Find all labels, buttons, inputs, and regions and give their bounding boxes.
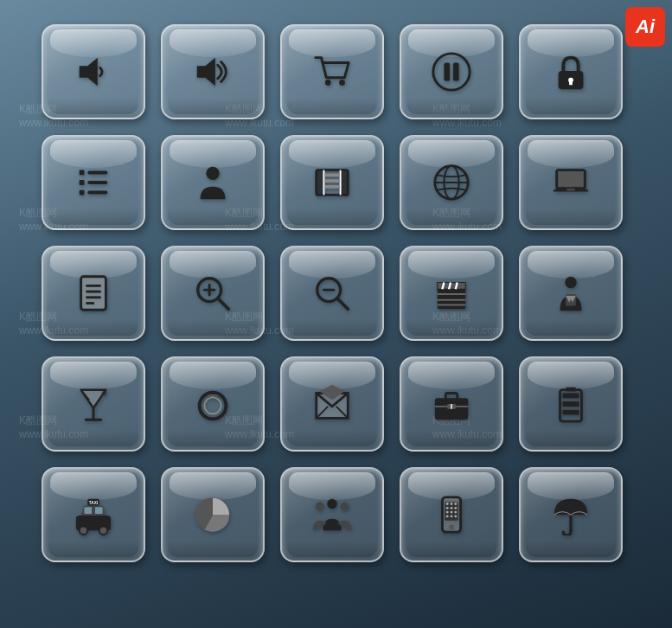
group-button[interactable]	[280, 467, 384, 562]
svg-rect-18	[316, 170, 323, 195]
pie-chart-button[interactable]	[161, 467, 265, 562]
svg-point-74	[99, 526, 107, 535]
pause-icon	[429, 49, 474, 94]
svg-rect-11	[87, 171, 107, 175]
film-button[interactable]	[280, 135, 384, 230]
svg-point-94	[450, 515, 452, 517]
svg-point-2	[324, 80, 330, 86]
svg-point-53	[565, 277, 576, 288]
svg-point-57	[101, 391, 106, 396]
svg-rect-23	[324, 179, 339, 183]
svg-rect-31	[566, 189, 575, 191]
globe-icon	[429, 160, 474, 205]
zoom-in-icon	[190, 271, 235, 316]
globe-button[interactable]	[400, 135, 503, 230]
volume-high-button[interactable]	[161, 24, 265, 119]
svg-rect-60	[434, 398, 467, 420]
pie-chart-icon	[190, 492, 235, 537]
svg-point-88	[450, 507, 452, 509]
svg-point-95	[454, 515, 457, 517]
laptop-button[interactable]	[519, 135, 623, 230]
svg-rect-24	[324, 185, 339, 189]
svg-rect-12	[79, 180, 84, 185]
svg-rect-61	[445, 394, 457, 401]
svg-point-90	[445, 511, 448, 514]
person-icon	[190, 160, 235, 205]
volume-low-icon	[71, 49, 116, 94]
document-button[interactable]	[42, 246, 145, 341]
svg-rect-15	[87, 191, 107, 195]
clapperboard-icon	[429, 271, 474, 316]
document-icon	[71, 271, 116, 316]
svg-point-4	[432, 54, 469, 90]
volume-high-icon	[190, 49, 235, 94]
film-icon	[310, 160, 355, 205]
svg-rect-69	[562, 410, 579, 415]
svg-rect-14	[79, 190, 84, 195]
phone-icon	[429, 492, 474, 537]
svg-point-3	[339, 80, 345, 86]
mail-button[interactable]	[280, 356, 384, 452]
person-button[interactable]	[161, 135, 265, 230]
svg-rect-6	[452, 62, 458, 80]
cocktail-icon	[71, 381, 116, 426]
svg-point-73	[79, 526, 87, 535]
group-icon	[310, 492, 355, 537]
svg-point-92	[454, 511, 457, 514]
svg-point-16	[206, 167, 219, 180]
svg-line-40	[217, 298, 227, 309]
shopping-cart-icon	[310, 49, 355, 94]
svg-rect-32	[80, 277, 106, 310]
phone-button[interactable]	[400, 467, 503, 562]
svg-point-85	[450, 503, 452, 505]
battery-button[interactable]	[519, 356, 623, 452]
umbrella-button[interactable]	[519, 467, 623, 562]
taxi-button[interactable]: TAXI	[42, 467, 145, 562]
svg-point-91	[450, 511, 452, 514]
businessman-button[interactable]	[519, 246, 623, 341]
clapperboard-button[interactable]	[400, 246, 503, 341]
svg-rect-10	[79, 170, 84, 176]
svg-rect-9	[569, 80, 573, 86]
icon-grid: TAXI	[33, 16, 640, 580]
pause-button[interactable]	[400, 24, 503, 119]
svg-rect-71	[84, 507, 92, 514]
svg-marker-0	[79, 58, 97, 87]
battery-icon	[548, 381, 593, 426]
zoom-out-icon	[310, 271, 355, 316]
list-button[interactable]	[42, 135, 145, 230]
svg-point-89	[454, 507, 457, 509]
svg-marker-1	[196, 58, 214, 87]
svg-rect-68	[562, 401, 579, 407]
svg-line-43	[336, 298, 347, 309]
svg-point-79	[315, 503, 323, 511]
briefcase-button[interactable]	[400, 356, 503, 452]
zoom-in-button[interactable]	[161, 246, 265, 341]
businessman-icon	[548, 271, 593, 316]
svg-rect-13	[87, 181, 107, 184]
ring-button[interactable]	[161, 356, 265, 452]
svg-rect-66	[566, 388, 576, 392]
cocktail-button[interactable]	[42, 356, 145, 452]
shopping-cart-button[interactable]	[280, 24, 384, 119]
svg-point-86	[454, 503, 457, 505]
svg-point-93	[445, 515, 448, 517]
lock-button[interactable]	[519, 24, 623, 119]
svg-rect-72	[94, 507, 102, 514]
zoom-out-button[interactable]	[280, 246, 384, 341]
ring-icon	[190, 381, 235, 426]
svg-text:TAXI: TAXI	[88, 501, 98, 505]
taxi-icon: TAXI	[71, 492, 116, 537]
svg-rect-19	[340, 170, 348, 195]
lock-icon	[548, 49, 593, 94]
svg-rect-44	[437, 287, 465, 309]
svg-point-80	[340, 503, 349, 511]
svg-point-78	[327, 499, 337, 509]
mail-icon	[310, 381, 355, 426]
volume-low-button[interactable]	[42, 24, 145, 119]
svg-rect-29	[558, 172, 583, 187]
svg-point-59	[204, 397, 221, 413]
svg-rect-67	[562, 394, 579, 399]
briefcase-icon	[429, 381, 474, 426]
umbrella-icon	[548, 492, 593, 537]
